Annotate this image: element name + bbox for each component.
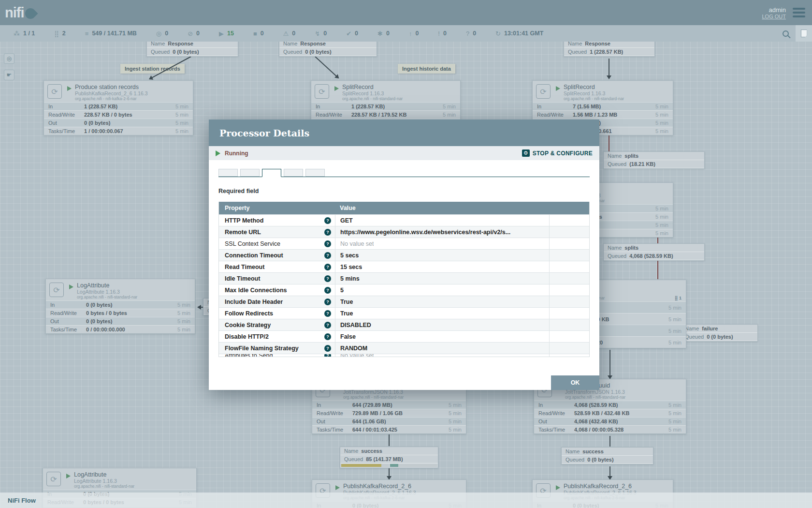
birdseye-toggle-icon[interactable]: ◎ xyxy=(4,53,14,64)
connection-label[interactable]: Name failure Queued 0 (0 bytes) xyxy=(681,324,758,342)
property-name: Attributes to Send xyxy=(225,354,324,357)
processor-stat-row: In 0 (0 bytes) 5 min xyxy=(46,300,195,309)
connection-label[interactable]: Name success Queued 0 (0 bytes) xyxy=(561,447,653,464)
processor-type-icon: ⟳ xyxy=(47,84,62,99)
processor-stats: In 4,068 (528.59 KB) 5 min Read/Write 52… xyxy=(534,401,686,433)
refresh-icon[interactable]: ↻ xyxy=(495,30,501,37)
processor[interactable]: ⟳ Produce station records PublishKafkaRe… xyxy=(44,80,193,135)
processor-title: LogAttribute xyxy=(77,282,191,289)
tab-properties[interactable] xyxy=(262,169,281,177)
help-icon[interactable]: ? xyxy=(324,217,331,224)
property-value: 5 mins xyxy=(340,275,360,282)
connection-label[interactable]: Name Response Queued 0 (0 bytes) xyxy=(146,39,238,57)
connection-queued-row: Queued 1 (228.57 KB) xyxy=(564,48,654,56)
status-bar: ⁂ 1 / 1 ⣿ 2 ≡ 549 / 141.71 MB ◎ 0 ⊘ 0 ▶ … xyxy=(0,25,812,42)
status-up-to-date: ✔ 0 xyxy=(346,30,358,37)
property-value: 5 secs xyxy=(340,252,359,259)
status-sync-failure: ? 0 xyxy=(466,30,476,37)
connection-line xyxy=(389,434,390,446)
processor-stat-row: Out 4,068 (432.48 KB) 5 min xyxy=(534,417,686,425)
status-queued: ≡ 549 / 141.71 MB xyxy=(85,30,137,37)
breadcrumb[interactable]: NiFi Flow xyxy=(8,497,36,504)
help-icon[interactable]: ? xyxy=(324,345,331,352)
help-icon[interactable]: ? xyxy=(324,240,331,247)
processor-stat-row: Read/Write 528.59 KB / 432.48 KB 5 min xyxy=(534,409,686,417)
help-icon[interactable]: ? xyxy=(324,310,331,317)
processor-stat-row: Read/Write 228.57 KB / 179.52 KB 5 min xyxy=(311,110,460,119)
stop-and-configure-button[interactable]: ⚙ STOP & CONFIGURE xyxy=(522,149,593,157)
help-icon[interactable]: ? xyxy=(324,333,331,340)
pan-toggle-icon[interactable]: ☛ xyxy=(4,70,14,80)
flow-summary-button[interactable] xyxy=(796,25,812,42)
processor-type: PublishKafkaRecord_2_6 1.16.3 xyxy=(75,90,189,96)
property-value: 5 xyxy=(340,287,344,294)
tab-settings[interactable] xyxy=(218,169,238,177)
tab-scheduling[interactable] xyxy=(240,169,260,177)
property-value: True xyxy=(340,299,353,305)
dialog-header: Processor Details xyxy=(209,120,599,146)
connection-line xyxy=(609,466,610,479)
processor-stat-row: In 644 (729.89 MB) 5 min xyxy=(312,401,466,409)
property-row: HTTP Method ? GET xyxy=(219,214,589,226)
property-row: Attributes to Send ? No value set xyxy=(219,354,589,357)
processor-stat-row: In 1 (228.57 KB) 5 min xyxy=(44,102,193,110)
help-icon[interactable]: ? xyxy=(324,229,331,236)
required-field-note: Required field xyxy=(218,188,590,194)
processor-stat-row: Tasks/Time 4,068 / 00:00:05.328 5 min xyxy=(534,425,686,433)
processor-title: Produce station records xyxy=(75,84,189,90)
property-row: Connection Timeout ? 5 secs xyxy=(219,249,589,261)
processor-stats: In 0 (0 bytes) 5 min Read/Write 0 bytes … xyxy=(46,300,195,333)
processor-title: PublishKafkaRecord_2_6 xyxy=(564,483,669,490)
help-icon[interactable]: ? xyxy=(324,252,331,259)
processor-bundle: org.apache.nifi - nifi-standard-nar xyxy=(343,395,462,400)
property-value: GET xyxy=(340,217,353,224)
connection-name-row: Name splits xyxy=(604,244,704,252)
property-row: Read Timeout ? 15 secs xyxy=(219,261,589,272)
tab-relationships[interactable] xyxy=(284,169,303,177)
processor-title: SplitRecord xyxy=(564,84,669,90)
connection-label[interactable]: Name Response Queued 1 (228.57 KB) xyxy=(564,39,655,57)
tab-comments[interactable] xyxy=(305,169,325,177)
logout-link[interactable]: LOG OUT xyxy=(762,14,786,19)
connection-name-row: Name success xyxy=(340,447,438,455)
processor-stat-row: Read/Write 0 bytes / 0 bytes 5 min xyxy=(46,309,195,317)
property-row: Max Idle Connections ? 5 xyxy=(219,284,589,296)
last-refresh-time: ↻ 13:01:41 GMT xyxy=(495,30,543,37)
canvas-label[interactable]: Ingest historic data xyxy=(398,64,455,74)
running-status-icon xyxy=(66,474,71,478)
processor-stat-row: Read/Write 228.57 KB / 0 bytes 5 min xyxy=(44,110,193,119)
property-value: True xyxy=(340,310,353,317)
connection-label[interactable]: Name Response Queued 0 (0 bytes) xyxy=(279,39,377,57)
processor-stat-row: Out 644 (1.06 GB) 5 min xyxy=(312,417,466,425)
global-menu-icon[interactable] xyxy=(793,8,805,17)
connection-name-row: Name splits xyxy=(604,152,704,160)
connection-line xyxy=(609,350,610,378)
property-name: Cookie Strategy xyxy=(225,322,324,329)
status-transmitting: ◎ 0 xyxy=(156,30,168,37)
help-icon[interactable]: ? xyxy=(324,264,331,270)
run-state-label: Running xyxy=(225,150,248,157)
help-icon[interactable]: ? xyxy=(324,354,331,357)
help-icon[interactable]: ? xyxy=(324,322,331,329)
property-column-header: Property xyxy=(219,205,335,211)
property-row: Disable HTTP/2 ? False xyxy=(219,330,589,342)
ok-button[interactable]: OK xyxy=(551,375,599,390)
processor-header: ⟳ SplitRecord SplitRecord 1.16.3 org.apa… xyxy=(311,81,460,102)
connection-queued-row: Queued 85 (141.37 MB) xyxy=(340,455,438,463)
processor[interactable]: ⟳ LogAttribute LogAttribute 1.16.3 org.a… xyxy=(45,279,195,334)
queue-percent-bars xyxy=(341,464,437,467)
connection-label[interactable]: Name success Queued 85 (141.37 MB) xyxy=(340,447,438,468)
connection-label[interactable]: Name splits Queued 4,068 (528.59 KB) xyxy=(603,243,705,261)
help-icon[interactable]: ? xyxy=(324,275,331,282)
connection-line xyxy=(315,56,338,78)
processor-stat-row: Tasks/Time 1 / 00:00:00.067 5 min xyxy=(44,127,193,135)
search-icon[interactable] xyxy=(783,30,789,37)
help-icon[interactable]: ? xyxy=(324,299,331,305)
processor-bundle: org.apache.nifi - nifi-standard-nar xyxy=(342,96,456,102)
connection-label[interactable]: Name splits Queued (18.21 KB) xyxy=(603,151,705,169)
running-status-icon xyxy=(556,485,560,490)
running-icon xyxy=(216,150,220,156)
property-row: Remote URL ? https://www.pegelonline.wsv… xyxy=(219,226,589,238)
help-icon[interactable]: ? xyxy=(324,287,331,294)
status-active-threads: ⣿ 2 xyxy=(54,30,65,37)
